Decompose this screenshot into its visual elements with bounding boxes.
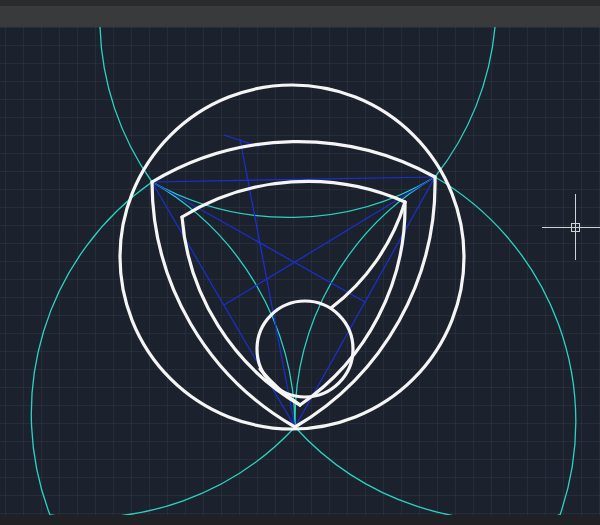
window-bottom-edge bbox=[0, 515, 600, 525]
model-space-viewport[interactable] bbox=[0, 27, 600, 515]
svg-line-2 bbox=[152, 182, 295, 427]
title-bar[interactable] bbox=[0, 6, 600, 27]
construction-reuleaux-arcs bbox=[31, 27, 576, 515]
outer-circle bbox=[120, 85, 464, 429]
reuleaux-inner-arc-top bbox=[182, 181, 405, 217]
swoosh-arc-2 bbox=[260, 369, 300, 405]
drawing-canvas[interactable] bbox=[0, 27, 600, 515]
reuleaux-inner-arc-left bbox=[182, 217, 300, 405]
reuleaux-outer-arc-top bbox=[152, 142, 435, 182]
white-geometry bbox=[120, 85, 464, 429]
